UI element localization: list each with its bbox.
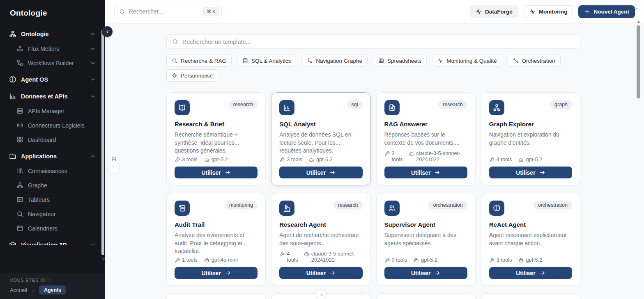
sidebar-item[interactable]: Visualisation 3D: [6, 237, 99, 245]
bot-icon: [518, 157, 524, 162]
use-template-button[interactable]: Utiliser: [384, 167, 467, 178]
sidebar-item[interactable]: Workflows Builder: [6, 56, 99, 70]
wrench-icon: [279, 157, 285, 162]
chevron-icon: [90, 123, 96, 128]
sidebar-item[interactable]: Connaissances: [6, 164, 99, 178]
sidebar-item[interactable]: Graphe: [6, 178, 99, 192]
chevron-icon: [90, 46, 96, 52]
topbar-button-icon: [476, 9, 482, 15]
sidebar-item-label: Calendriers: [28, 225, 58, 232]
sidebar-nav: Ontologie Flux Metiers Workflows Builder…: [0, 24, 105, 245]
filter-chip[interactable]: Navigation Graphe: [301, 55, 368, 67]
search-icon: [119, 9, 125, 15]
sidebar-item-icon: [9, 93, 16, 100]
use-template-button[interactable]: Utiliser: [384, 267, 467, 279]
sidebar-item[interactable]: Navigateur: [6, 207, 99, 221]
filter-chip-label: Recherche & RAG: [181, 58, 226, 64]
template-search-input[interactable]: [182, 39, 575, 45]
main-scroll-up-arrow[interactable]: [637, 21, 640, 23]
filter-chip[interactable]: Personnalisé: [166, 69, 218, 82]
model-name: gpt-5.2: [316, 156, 333, 162]
bot-icon: [414, 258, 419, 263]
card-meta: 0 tools gpt-5.2: [384, 257, 467, 263]
model-name: gpt-5.2: [526, 257, 542, 263]
sidebar-item[interactable]: Agent OS: [6, 72, 99, 87]
sidebar-item-label: Ontologie: [21, 31, 49, 37]
breadcrumb-current-badge: Agents: [39, 285, 66, 294]
global-search-input[interactable]: [129, 8, 200, 15]
filter-chip[interactable]: Orchestration: [508, 55, 561, 67]
scroll-up-caret-button[interactable]: [316, 290, 327, 299]
sidebar-item-icon: [16, 225, 23, 232]
card-icon-box: [384, 201, 400, 216]
chevron-down-icon: [633, 6, 638, 11]
chevron-icon: [90, 108, 96, 114]
topbar-button[interactable]: Monitoring: [524, 5, 573, 18]
use-template-button[interactable]: Utiliser: [279, 267, 362, 279]
data-drawer-toggle[interactable]: [108, 151, 120, 173]
use-template-button[interactable]: Utiliser: [175, 167, 258, 178]
sidebar-collapse-button[interactable]: [102, 26, 113, 37]
sidebar-scrollbar[interactable]: [101, 30, 104, 255]
chevron-icon: [90, 168, 96, 174]
use-template-button[interactable]: Utiliser: [175, 267, 258, 279]
filter-chip[interactable]: Recherche & RAG: [166, 55, 232, 67]
sidebar-item[interactable]: Ontologie: [6, 27, 99, 41]
card-icon: [493, 104, 501, 112]
filter-chip-label: SQL & Analytics: [251, 58, 291, 64]
tools-count: 4 tools: [287, 251, 298, 263]
sidebar-scroll-down-arrow[interactable]: [102, 258, 105, 261]
sidebar-item[interactable]: Tableurs: [6, 192, 99, 207]
card-icon-box: [175, 201, 190, 216]
sidebar-item[interactable]: Dashboard: [6, 132, 99, 147]
card-icon: [283, 104, 291, 112]
sidebar-item[interactable]: Donnees et APIs: [6, 89, 99, 104]
sidebar-item-label: Visualisation 3D: [21, 242, 67, 245]
template-card: monitoring Audit Trail Analyse des événe…: [166, 193, 266, 286]
tools-count: 0 tools: [392, 257, 407, 263]
tools-count: 3 tools: [182, 156, 198, 162]
sidebar-item[interactable]: Applications: [6, 149, 99, 164]
tools-count: 3 tools: [287, 156, 302, 162]
chevron-icon: [90, 197, 96, 203]
sidebar-item-label: Dashboard: [28, 137, 56, 143]
tools-count: 3 tools: [497, 257, 512, 263]
use-template-button[interactable]: Utiliser: [489, 267, 572, 279]
global-search: ⌘ K: [114, 5, 222, 18]
wrench-icon: [175, 258, 180, 263]
template-card: orchestration Supervisor Agent Supervise…: [376, 193, 476, 286]
breadcrumb-home-link[interactable]: Accueil: [10, 287, 27, 293]
filter-chip-icon: [513, 58, 519, 64]
card-category-badge: sql: [347, 100, 363, 109]
card-header: sql: [279, 100, 362, 115]
card-header: orchestration: [384, 201, 467, 216]
bot-icon: [518, 258, 524, 263]
topbar-button[interactable]: DataForge: [470, 5, 518, 18]
filter-chip[interactable]: Monitoring & Qualité: [432, 55, 502, 67]
main-scrollbar[interactable]: [637, 25, 640, 98]
card-icon: [178, 204, 186, 212]
card-title: Graph Explorer: [489, 121, 572, 128]
account-menu-button[interactable]: [622, 5, 638, 12]
chevron-icon: [90, 211, 96, 217]
card-category-badge: research: [229, 100, 258, 109]
model-meta: gpt-5.2: [414, 257, 437, 263]
card-meta: 4 tools claude-3-5-sonnet-20241022: [279, 251, 362, 263]
model-meta: claude-3-5-sonnet-20241022: [409, 150, 467, 162]
use-template-button[interactable]: Utiliser: [489, 167, 572, 178]
sidebar-item[interactable]: Connecteurs Logiciels: [6, 118, 99, 132]
sidebar-item[interactable]: APIs Manager: [6, 104, 99, 118]
filter-chip[interactable]: SQL & Analytics: [237, 55, 296, 67]
topbar-button-label: DataForge: [485, 9, 513, 15]
filter-chip[interactable]: Spreadsheets: [373, 55, 427, 67]
chevron-up-icon: [319, 292, 324, 297]
sidebar-item[interactable]: Calendriers: [6, 221, 99, 235]
wrench-icon: [384, 258, 390, 263]
sidebar: Ontologie Ontologie Flux Metiers Workflo…: [0, 0, 105, 299]
use-template-button[interactable]: Utiliser: [279, 167, 362, 178]
sidebar-item[interactable]: Flux Metiers: [6, 41, 99, 56]
tools-meta: 0 tools: [384, 257, 407, 263]
card-title: Research Agent: [279, 221, 362, 228]
card-icon-box: [489, 100, 504, 115]
bot-icon: [204, 258, 209, 263]
